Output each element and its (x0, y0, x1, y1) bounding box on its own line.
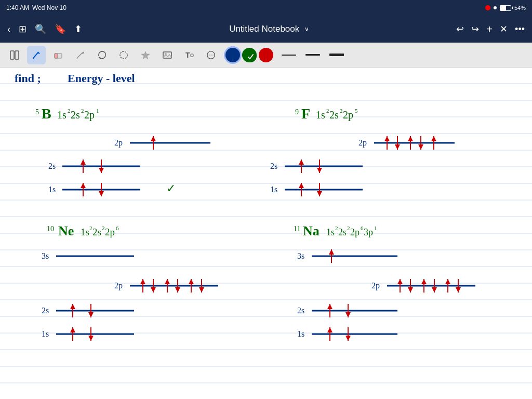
bookmark-button[interactable]: 🔖 (55, 23, 66, 35)
svg-text:2p: 2p (105, 227, 115, 237)
sidebar-toggle-tool[interactable] (5, 46, 24, 64)
svg-marker-11 (141, 51, 150, 59)
svg-text:2p: 2p (84, 109, 95, 121)
search-button[interactable]: 🔍 (35, 23, 46, 35)
record-indicator (485, 5, 490, 10)
back-button[interactable]: ‹ (7, 24, 10, 35)
add-page-button[interactable]: + (486, 23, 493, 35)
date-display: Wed Nov 10 (32, 4, 66, 11)
svg-text:2p: 2p (358, 138, 367, 148)
pencil-tool[interactable] (71, 46, 89, 64)
svg-text:6: 6 (116, 225, 119, 231)
svg-text:Ne: Ne (58, 223, 74, 238)
svg-rect-6 (55, 54, 58, 58)
svg-text:1s: 1s (316, 109, 325, 121)
undo-button[interactable]: ↩ (456, 23, 464, 35)
action-controls: ↩ ↪ + ✕ ••• (456, 23, 525, 35)
svg-text:T: T (185, 51, 190, 59)
status-right: 54% (485, 5, 526, 11)
svg-line-7 (77, 52, 83, 58)
svg-line-4 (33, 58, 34, 59)
svg-text:1s: 1s (81, 227, 89, 237)
svg-text:1s: 1s (57, 109, 66, 121)
svg-text:11: 11 (294, 225, 300, 233)
stroke-thin[interactable] (278, 54, 299, 57)
svg-text:3s: 3s (297, 251, 304, 260)
wifi-icon (494, 6, 497, 9)
svg-point-17 (244, 50, 257, 62)
svg-text:2: 2 (81, 108, 84, 114)
status-left: 1:40 AM Wed Nov 10 (6, 4, 66, 11)
svg-text:3p: 3p (364, 227, 373, 237)
svg-text:Na: Na (303, 223, 320, 238)
color-green[interactable] (242, 48, 257, 62)
svg-text:5: 5 (35, 108, 39, 116)
svg-text:2s: 2s (270, 162, 277, 170)
svg-text:✓: ✓ (166, 182, 176, 195)
pen-tool[interactable] (27, 46, 46, 64)
svg-text:5: 5 (355, 108, 358, 114)
svg-text:2p: 2p (350, 227, 360, 237)
stroke-medium[interactable] (302, 53, 323, 57)
svg-text:2s: 2s (338, 227, 347, 237)
color-red[interactable] (259, 48, 273, 62)
more-button[interactable]: ••• (515, 24, 525, 35)
svg-text:2: 2 (340, 108, 343, 114)
svg-text:3s: 3s (42, 251, 49, 260)
svg-text:2s: 2s (48, 162, 56, 170)
redo-button[interactable]: ↪ (471, 23, 479, 35)
battery-icon: 54% (500, 5, 526, 11)
close-button[interactable]: ✕ (500, 23, 508, 35)
svg-text:B: B (42, 105, 51, 122)
svg-text:2s: 2s (92, 227, 101, 237)
svg-text:1s: 1s (42, 329, 49, 338)
notebook-content: find ; Energy - level 5 B 1s 2 2s 2 2p 1… (0, 68, 532, 399)
notebook-canvas: find ; Energy - level 5 B 1s 2 2s 2 2p 1… (0, 68, 532, 399)
svg-text:2: 2 (335, 225, 338, 231)
star-tool[interactable] (136, 46, 155, 64)
shape-tool[interactable] (202, 46, 220, 64)
svg-text:2s: 2s (297, 306, 304, 315)
svg-text:1s: 1s (297, 329, 304, 338)
svg-line-9 (77, 58, 77, 59)
svg-text:2s: 2s (71, 109, 80, 121)
svg-point-10 (120, 51, 127, 59)
svg-rect-1 (15, 51, 19, 59)
stroke-thick[interactable] (326, 52, 347, 57)
title-dropdown[interactable]: ∨ (304, 25, 309, 33)
svg-text:1s: 1s (326, 227, 335, 237)
notebook-title: Untitled Notebook (229, 24, 299, 34)
color-blue[interactable] (225, 48, 240, 62)
svg-rect-0 (10, 51, 14, 59)
svg-text:2s: 2s (329, 109, 339, 121)
grid-view-button[interactable]: ⊞ (19, 23, 26, 35)
text-tool[interactable]: T (180, 46, 198, 64)
energy-label: Energy - level (68, 72, 135, 85)
svg-text:2: 2 (326, 108, 329, 114)
find-label: find ; (15, 72, 41, 85)
battery-percentage: 54% (514, 5, 526, 11)
svg-text:2: 2 (89, 225, 92, 231)
svg-text:2p: 2p (371, 281, 380, 290)
eraser-tool[interactable] (49, 46, 68, 64)
svg-text:2p: 2p (114, 138, 123, 148)
stroke-options (278, 52, 347, 57)
svg-text:2: 2 (68, 108, 71, 114)
image-tool[interactable] (158, 46, 177, 64)
svg-text:1s: 1s (48, 185, 56, 194)
svg-text:2s: 2s (42, 306, 49, 315)
top-toolbar: ‹ ⊞ 🔍 🔖 ⬆ Untitled Notebook ∨ ↩ ↪ + ✕ ••… (0, 16, 532, 43)
nav-controls: ‹ ⊞ 🔍 🔖 ⬆ (7, 23, 82, 35)
drawing-toolbar: T (0, 43, 532, 68)
selection-tool[interactable] (114, 46, 133, 64)
lasso-tool[interactable] (92, 46, 111, 64)
svg-line-2 (33, 52, 38, 58)
svg-text:2p: 2p (114, 281, 123, 290)
share-button[interactable]: ⬆ (74, 23, 82, 35)
svg-text:F: F (301, 105, 310, 122)
svg-text:9: 9 (295, 108, 299, 116)
svg-text:2p: 2p (343, 109, 353, 121)
time-display: 1:40 AM (6, 4, 29, 11)
svg-text:1: 1 (374, 225, 377, 231)
svg-text:1s: 1s (270, 185, 277, 194)
